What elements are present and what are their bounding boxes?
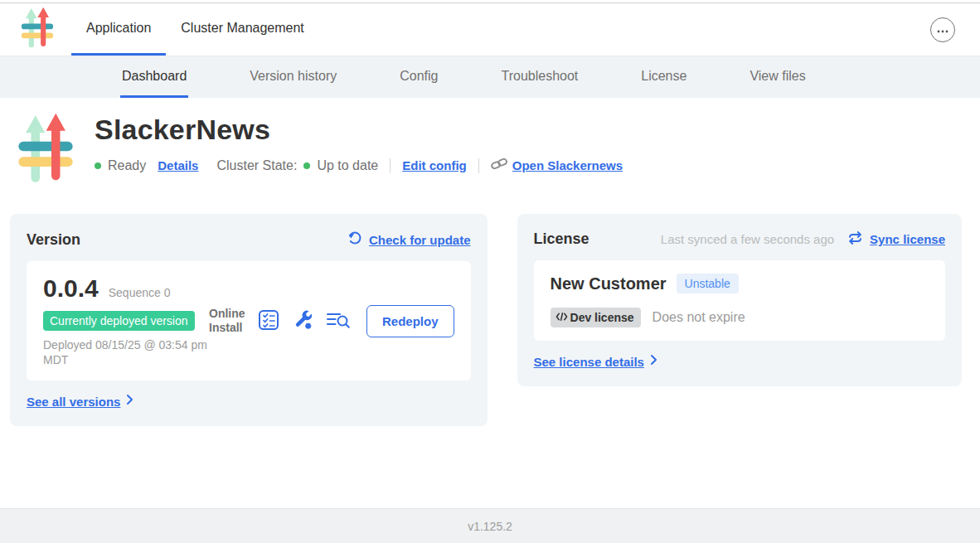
license-card: License Last synced a few seconds ago Sy… (517, 214, 962, 386)
edit-config-link[interactable]: Edit config (402, 158, 467, 172)
app-status-row: Ready Details Cluster State: Up to date … (95, 157, 623, 174)
page-title: SlackerNews (95, 114, 623, 146)
dashboard-main: SlackerNews Ready Details Cluster State:… (0, 98, 980, 508)
tab-cluster-management-label: Cluster Management (181, 21, 304, 36)
dashboard-cards: Version Check for update 0.0.4 Sequ (10, 214, 962, 426)
subtab-config-label: Config (400, 69, 438, 84)
license-expiry-text: Does not expire (653, 310, 745, 325)
deployed-version-badge: Currently deployed version (43, 311, 195, 331)
wrench-gear-icon (292, 309, 313, 333)
see-all-versions-label[interactable]: See all versions (27, 395, 120, 409)
license-type-badge-label: Dev license (570, 311, 634, 324)
console-footer: v1.125.2 (0, 508, 980, 543)
sync-license-link[interactable]: Sync license (870, 232, 945, 246)
version-number: 0.0.4 (43, 274, 99, 303)
subtab-troubleshoot[interactable]: Troubleshoot (499, 56, 580, 98)
top-nav-tabs: Application Cluster Management (71, 3, 319, 56)
subtab-view-files[interactable]: View files (748, 56, 807, 98)
tab-application-label: Application (86, 21, 151, 36)
customer-row: New Customer Unstable (551, 274, 929, 293)
install-type-label: Online Install (209, 307, 245, 335)
tab-cluster-management[interactable]: Cluster Management (166, 3, 319, 56)
subtab-version-history[interactable]: Version history (248, 56, 338, 98)
see-all-versions-link[interactable]: See all versions (27, 394, 133, 409)
version-info-column: 0.0.4 Sequence 0 Currently deployed vers… (43, 274, 209, 367)
hash-arrows-logo-icon (20, 7, 55, 53)
license-card-title: License (534, 230, 589, 248)
chain-link-icon (491, 157, 507, 174)
deployed-timestamp: Deployed 08/15/25 @ 03:54 pm MDT (43, 337, 209, 367)
divider (478, 158, 479, 173)
version-controls: Online Install (209, 305, 454, 337)
app-logo-large (17, 112, 75, 214)
chevron-right-icon (650, 354, 657, 369)
license-details-panel: New Customer Unstable Dev license (534, 260, 945, 341)
ready-status-text: Ready (108, 158, 146, 173)
overflow-menu-button[interactable] (930, 17, 955, 42)
tab-application[interactable]: Application (71, 3, 166, 56)
console-version: v1.125.2 (468, 520, 512, 533)
cluster-state-label: Cluster State: (216, 158, 297, 173)
view-logs-button[interactable] (326, 311, 351, 332)
check-for-update-link[interactable]: Check for update (369, 233, 471, 247)
subtab-dashboard[interactable]: Dashboard (120, 56, 188, 98)
edit-config-button[interactable] (292, 309, 313, 333)
details-link[interactable]: Details (158, 158, 198, 172)
divider (390, 158, 391, 173)
open-app-link-group[interactable]: Open Slackernews (491, 157, 623, 174)
subtab-troubleshoot-label: Troubleshoot (501, 69, 578, 84)
last-synced-text: Last synced a few seconds ago (661, 232, 834, 246)
redeploy-button[interactable]: Redeploy (366, 305, 454, 337)
app-header: SlackerNews Ready Details Cluster State:… (0, 98, 980, 214)
see-license-details-link[interactable]: See license details (534, 354, 657, 369)
ready-status-dot (95, 162, 101, 169)
open-app-link[interactable]: Open Slackernews (512, 158, 623, 172)
see-license-details-label[interactable]: See license details (534, 355, 644, 369)
app-logo (20, 3, 55, 56)
version-card-title: Version (27, 231, 80, 249)
subtab-version-history-label: Version history (250, 69, 337, 84)
version-number-row: 0.0.4 Sequence 0 (43, 274, 209, 303)
sync-arrows-icon (847, 231, 863, 248)
subtab-dashboard-label: Dashboard (122, 69, 187, 84)
app-header-text: SlackerNews Ready Details Cluster State:… (95, 112, 623, 214)
sync-license-group: Last synced a few seconds ago Sync licen… (661, 231, 945, 248)
subtab-license-label: License (641, 69, 686, 84)
top-nav: Application Cluster Management (0, 3, 980, 56)
chevron-right-icon (126, 394, 133, 409)
check-update-group[interactable]: Check for update (347, 230, 471, 249)
cluster-status-dot (303, 162, 310, 169)
refresh-icon (347, 230, 362, 249)
subtab-license[interactable]: License (639, 56, 688, 98)
ellipsis-icon (937, 23, 948, 36)
lines-magnifier-icon (326, 311, 351, 332)
checklist-icon (258, 309, 279, 333)
cluster-state-text: Up to date (317, 158, 378, 173)
subtab-view-files-label: View files (750, 69, 805, 84)
app-sub-nav: Dashboard Version history Config Trouble… (0, 56, 980, 98)
channel-badge: Unstable (677, 274, 739, 293)
top-nav-spacer (319, 3, 930, 56)
hash-arrows-logo-icon (17, 175, 75, 189)
customer-name: New Customer (551, 274, 667, 293)
sequence-label: Sequence 0 (109, 286, 171, 299)
current-version-panel: 0.0.4 Sequence 0 Currently deployed vers… (27, 261, 471, 381)
code-brackets-icon (555, 311, 568, 324)
license-type-badge: Dev license (551, 308, 641, 327)
license-card-header: License Last synced a few seconds ago Sy… (534, 230, 945, 248)
license-type-row: Dev license Does not expire (551, 308, 929, 327)
version-card-header: Version Check for update (27, 230, 471, 249)
preflight-checks-button[interactable] (258, 309, 279, 333)
version-card: Version Check for update 0.0.4 Sequ (10, 214, 488, 426)
subtab-config[interactable]: Config (398, 56, 439, 98)
